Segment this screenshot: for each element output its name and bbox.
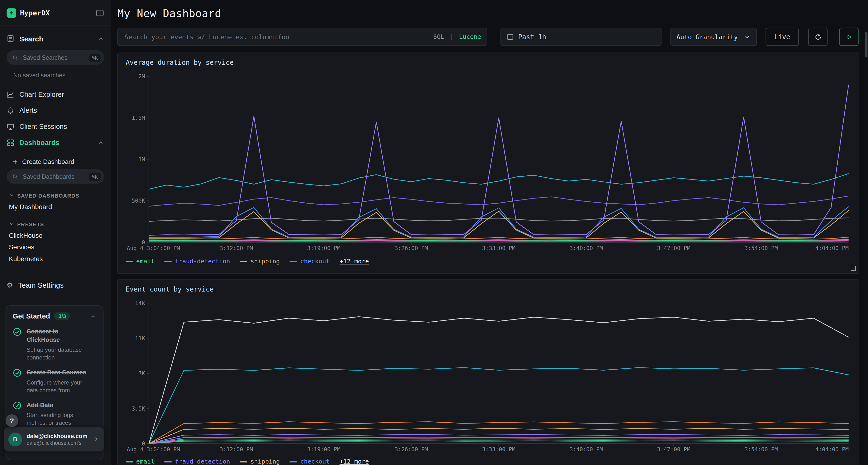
legend-label: email (136, 458, 155, 465)
saved-dashboards-search[interactable]: ⌘K (7, 169, 104, 184)
step-description: Start sending logs, metrics, or traces (27, 411, 94, 427)
create-dashboard-label: Create Dashboard (22, 158, 74, 165)
granularity-select[interactable]: Auto Granularity (670, 28, 756, 46)
legend-dash-icon (164, 461, 172, 462)
svg-text:3:54:00 PM: 3:54:00 PM (745, 245, 778, 251)
legend-item-checkout[interactable]: checkout (290, 458, 330, 465)
svg-text:14K: 14K (135, 300, 145, 306)
legend-item-fraud-detection[interactable]: fraud-detection (164, 258, 230, 265)
get-started-step[interactable]: Add Data Start sending logs, metrics, or… (13, 401, 96, 427)
help-button[interactable]: ? (5, 414, 18, 427)
legend-dash-icon (240, 461, 247, 462)
svg-text:3:19:00 PM: 3:19:00 PM (307, 446, 340, 453)
user-info: dale@clickhouse.com dale@clickhouse.com'… (27, 432, 89, 446)
step-title: Add Data (27, 401, 91, 409)
check-circle-icon (13, 368, 22, 394)
legend-dash-icon (164, 261, 172, 262)
sql-mode-toggle[interactable]: SQL (433, 33, 444, 40)
legend-item-fraud-detection[interactable]: fraud-detection (164, 458, 230, 465)
sidebar-item-dashboards[interactable]: Dashboards (0, 134, 111, 151)
chart-legend: emailfraud-detectionshippingcheckout+12 … (126, 258, 369, 265)
panel-resize-handle[interactable] (851, 266, 856, 271)
lucene-mode-toggle[interactable]: Lucene (459, 33, 481, 40)
user-menu[interactable]: D dale@clickhouse.com dale@clickhouse.co… (4, 427, 104, 451)
sidebar-item-client-sessions[interactable]: Client Sessions (0, 118, 111, 134)
run-query-button[interactable] (839, 28, 859, 46)
saved-dashboards-input[interactable] (22, 172, 86, 180)
svg-text:3:12:00 PM: 3:12:00 PM (220, 245, 253, 251)
check-circle-icon (13, 327, 22, 361)
mode-divider: | (450, 33, 454, 40)
chart-legend: emailfraud-detectionshippingcheckout+12 … (126, 458, 369, 465)
monitor-icon (7, 123, 14, 130)
vertical-scrollbar[interactable] (865, 32, 867, 58)
legend-dash-icon (126, 261, 133, 262)
sidebar-collapse-icon[interactable] (96, 9, 104, 17)
refresh-button[interactable] (808, 28, 828, 46)
shortcut-badge: ⌘K (89, 54, 101, 62)
svg-text:1M: 1M (138, 156, 145, 162)
svg-text:0: 0 (142, 440, 145, 447)
sidebar-item-chart-explorer[interactable]: Chart Explorer (0, 86, 111, 102)
legend-label: fraud-detection (175, 258, 230, 265)
svg-text:500K: 500K (132, 198, 145, 204)
get-started-header[interactable]: Get Started 3/3 (13, 312, 96, 320)
legend-label: shipping (250, 258, 280, 265)
svg-text:Aug 4 3:04:00 PM: Aug 4 3:04:00 PM (127, 245, 180, 251)
svg-text:3:12:00 PM: 3:12:00 PM (220, 446, 253, 453)
step-title: Connect to ClickHouse (27, 327, 91, 344)
saved-searches-input[interactable] (22, 54, 86, 61)
legend-more-link[interactable]: +12 more (340, 458, 369, 465)
sidebar-item-alerts[interactable]: Alerts (0, 102, 111, 119)
bell-icon (7, 106, 14, 114)
legend-dash-icon (290, 261, 297, 262)
group-header-label: PRESETS (17, 221, 44, 227)
get-started-step[interactable]: Connect to ClickHouse Set up your databa… (13, 327, 96, 361)
sidebar-item-label: Chart Explorer (19, 90, 64, 98)
hyperdx-app: HyperDX Search ⌘K No saved searches (0, 0, 868, 465)
search-section-header[interactable]: Search (0, 28, 111, 49)
legend-item-checkout[interactable]: checkout (290, 258, 330, 265)
preset-item-kubernetes[interactable]: Kubernetes (0, 253, 111, 264)
preset-item-services[interactable]: Services (0, 241, 111, 253)
legend-item-email[interactable]: email (126, 458, 155, 465)
user-team: dale@clickhouse.com's (27, 440, 89, 446)
chevron-down-icon (744, 33, 751, 40)
svg-text:2M: 2M (138, 73, 145, 79)
team-settings-label: Team Settings (18, 281, 64, 289)
svg-text:3:40:00 PM: 3:40:00 PM (569, 446, 603, 453)
preset-item-clickhouse[interactable]: ClickHouse (0, 230, 111, 241)
line-chart-event-count: 03.5K7K11K14KAug 4 3:04:00 PM3:12:00 PM3… (125, 299, 852, 455)
presets-group-header[interactable]: PRESETS (0, 219, 111, 230)
svg-text:3:26:00 PM: 3:26:00 PM (395, 245, 428, 251)
svg-text:3:47:00 PM: 3:47:00 PM (657, 245, 690, 251)
live-button[interactable]: Live (766, 28, 799, 46)
chevron-right-icon (93, 436, 100, 442)
refresh-icon (814, 33, 822, 41)
time-range-picker[interactable]: Past 1h (500, 28, 661, 46)
legend-dash-icon (290, 461, 297, 462)
no-saved-searches-text: No saved searches (13, 72, 111, 78)
svg-text:4:04:00 PM: 4:04:00 PM (815, 446, 849, 453)
step-description: Set up your database connection (27, 345, 94, 361)
get-started-step[interactable]: Create Data Sources Configure where your… (13, 368, 96, 394)
granularity-value: Auto Granularity (677, 33, 744, 41)
legend-more-link[interactable]: +12 more (340, 258, 369, 265)
create-dashboard-button[interactable]: Create Dashboard (0, 155, 111, 168)
dashboard-item-my-dashboard[interactable]: My Dashboard (0, 201, 111, 212)
chart-title: Event count by service (126, 286, 214, 293)
legend-item-shipping[interactable]: shipping (240, 258, 280, 265)
legend-item-email[interactable]: email (126, 258, 155, 265)
chart-icon (7, 90, 14, 98)
team-settings-button[interactable]: ⚙ Team Settings (0, 276, 111, 293)
plus-icon (12, 159, 18, 165)
chart-title: Average duration by service (126, 59, 234, 66)
svg-text:3:54:00 PM: 3:54:00 PM (745, 446, 778, 453)
legend-item-shipping[interactable]: shipping (240, 458, 280, 465)
svg-text:3:19:00 PM: 3:19:00 PM (307, 245, 340, 251)
chevron-up-icon (97, 139, 104, 146)
event-search-input[interactable] (123, 32, 429, 41)
saved-dashboards-group-header[interactable]: SAVED DASHBOARDS (0, 190, 111, 201)
saved-searches-search[interactable]: ⌘K (7, 51, 104, 65)
magnifier-icon (12, 173, 18, 179)
